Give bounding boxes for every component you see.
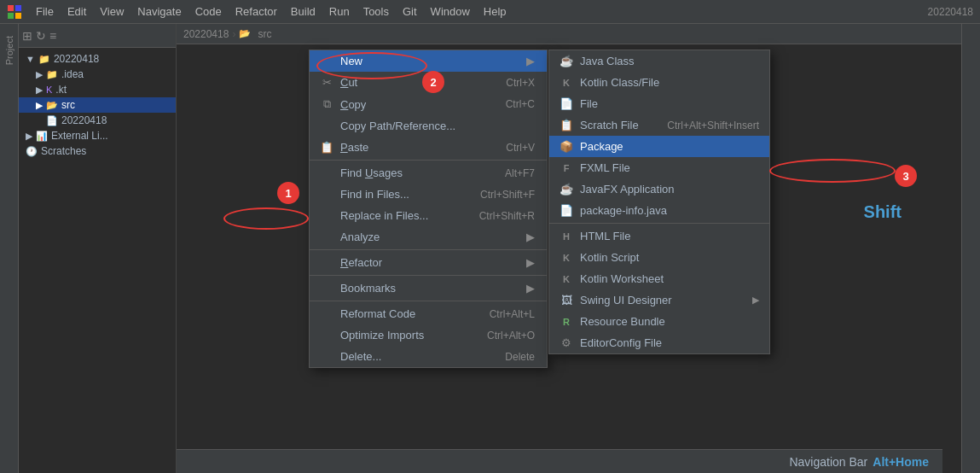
replace-shortcut: Ctrl+Shift+R	[479, 210, 535, 222]
menu-help[interactable]: Help	[477, 3, 513, 20]
breadcrumb-src: src	[258, 28, 271, 40]
submenu-swing[interactable]: 🖼 Swing UI Designer ▶	[549, 289, 769, 311]
submenu-html[interactable]: H HTML File	[549, 225, 769, 247]
folder-icon-idea: 📁	[46, 69, 58, 80]
menu-view[interactable]: View	[93, 3, 130, 20]
menu-git[interactable]: Git	[396, 3, 424, 20]
chevron-right-icon-src: ▶	[36, 100, 43, 111]
ctx-optimize[interactable]: Optimize Imports Ctrl+Alt+O	[310, 324, 547, 346]
cut-icon: ✂	[318, 76, 335, 89]
find-usages-shortcut: Alt+F7	[505, 167, 535, 179]
tree-item-kt[interactable]: ▶ K .kt	[19, 82, 176, 97]
ctx-copy-label: Copy	[340, 98, 366, 111]
submenu-scratch-file[interactable]: 📋 Scratch File Ctrl+Alt+Shift+Insert	[549, 114, 769, 136]
submenu-java-class[interactable]: ☕ Java Class	[549, 50, 769, 72]
java-class-icon: ☕	[558, 55, 575, 67]
find-files-shortcut: Ctrl+Shift+F	[480, 189, 535, 201]
menu-navigate[interactable]: Navigate	[130, 3, 188, 20]
toolbar-icon-2[interactable]: ↻	[36, 29, 46, 43]
scratch-icon: 📋	[558, 119, 575, 131]
submenu-javafx[interactable]: ☕ JavaFX Application	[549, 178, 769, 200]
tree-label-src: src	[61, 99, 75, 111]
ctx-reformat-label: Reformat Code	[340, 307, 415, 320]
ctx-cut-label: Cut	[340, 76, 357, 89]
bookmarks-arrow: ▶	[526, 282, 535, 295]
ctx-copy-path-label: Copy Path/Reference...	[340, 120, 455, 132]
menu-run[interactable]: Run	[322, 3, 357, 20]
resource-icon: R	[558, 317, 575, 327]
submenu-html-label: HTML File	[580, 230, 630, 242]
ctx-delete[interactable]: Delete... Delete	[310, 346, 547, 367]
tree-root[interactable]: ▼ 📁 20220418	[19, 51, 176, 67]
project-toolbar: ⊞ ↻ ≡	[19, 24, 176, 48]
submenu-kotlin-worksheet-label: Kotlin Worksheet	[580, 272, 664, 285]
ctx-analyze[interactable]: Analyze ▶	[310, 226, 547, 248]
project-tab-label[interactable]: Project	[3, 32, 16, 68]
menu-build[interactable]: Build	[284, 3, 322, 20]
submenu-file-label: File	[580, 97, 598, 110]
analyze-arrow: ▶	[526, 231, 535, 243]
menu-code[interactable]: Code	[188, 3, 229, 20]
svg-rect-3	[15, 13, 21, 19]
paste-shortcut: Ctrl+V	[506, 142, 535, 154]
copy-icon: ⧉	[318, 97, 335, 111]
file-icon-main: 📄	[46, 115, 58, 126]
ctx-new-label: New	[340, 55, 362, 67]
package-icon: 📦	[558, 140, 575, 153]
menu-file[interactable]: File	[29, 3, 61, 20]
kotlin-class-icon: K	[558, 78, 575, 88]
annotation-1: 1	[277, 182, 299, 204]
submenu-fxml[interactable]: F FXML File	[549, 157, 769, 178]
scratch-shortcut: Ctrl+Alt+Shift+Insert	[667, 120, 759, 131]
shift-label: Shift	[864, 202, 902, 222]
folder-icon: 📁	[38, 54, 50, 65]
submenu-java-class-label: Java Class	[580, 55, 635, 67]
ctx-replace-files[interactable]: Replace in Files... Ctrl+Shift+R	[310, 205, 547, 226]
tree-item-idea[interactable]: ▶ 📁 .idea	[19, 67, 176, 82]
submenu-editorconfig[interactable]: ⚙ EditorConfig File	[549, 332, 769, 353]
ctx-new[interactable]: New ▶ ☕ Java Class K Kotlin Class/File 📄…	[310, 50, 547, 72]
kotlin-worksheet-icon: K	[558, 274, 575, 284]
ctx-reformat[interactable]: Reformat Code Ctrl+Alt+L	[310, 303, 547, 324]
ctx-refactor-label: Refactor	[340, 256, 382, 269]
submenu-kotlin-script-label: Kotlin Script	[580, 251, 639, 264]
tree-item-ext[interactable]: ▶ 📊 External Li...	[19, 128, 176, 143]
file-icon: 📄	[558, 97, 575, 110]
svg-rect-1	[15, 5, 21, 11]
menu-tools[interactable]: Tools	[357, 3, 396, 20]
submenu-kotlin-script[interactable]: K Kotlin Script	[549, 247, 769, 268]
submenu-swing-label: Swing UI Designer	[580, 294, 672, 307]
breadcrumb-separator: ›	[232, 28, 235, 40]
tree-item-scratches[interactable]: 🕐 Scratches	[19, 143, 176, 159]
ctx-refactor[interactable]: Refactor ▶	[310, 252, 547, 273]
ctx-find-files[interactable]: Find in Files... Ctrl+Shift+F	[310, 184, 547, 205]
submenu-kotlin-worksheet[interactable]: K Kotlin Worksheet	[549, 268, 769, 289]
ctx-paste[interactable]: 📋 Paste Ctrl+V	[310, 137, 547, 158]
submenu-kotlin-class[interactable]: K Kotlin Class/File	[549, 72, 769, 93]
submenu-file[interactable]: 📄 File	[549, 93, 769, 114]
javafx-icon: ☕	[558, 183, 575, 196]
project-panel: ⊞ ↻ ≡ ▼ 📁 20220418 ▶ 📁 .idea ▶	[19, 24, 177, 473]
submenu-package-info[interactable]: 📄 package-info.java	[549, 200, 769, 221]
ctx-find-usages-label: Find Usages	[340, 166, 403, 179]
swing-arrow: ▶	[752, 295, 759, 306]
submenu-resource[interactable]: R Resource Bundle	[549, 311, 769, 332]
ctx-optimize-label: Optimize Imports	[340, 329, 424, 342]
toolbar-icon-3[interactable]: ≡	[49, 29, 56, 43]
menu-refactor[interactable]: Refactor	[229, 3, 284, 20]
submenu-package[interactable]: 📦 Package	[549, 136, 769, 157]
menu-window[interactable]: Window	[424, 3, 477, 20]
toolbar-icon-1[interactable]: ⊞	[22, 29, 32, 43]
svg-rect-0	[8, 5, 14, 11]
ctx-copy-path[interactable]: Copy Path/Reference...	[310, 115, 547, 137]
ctx-copy[interactable]: ⧉ Copy Ctrl+C	[310, 93, 547, 115]
ctx-find-usages[interactable]: Find Usages Alt+F7	[310, 162, 547, 184]
tree-label-idea: .idea	[61, 68, 84, 80]
html-icon: H	[558, 231, 575, 242]
ctx-sep-4	[310, 301, 547, 301]
ctx-bookmarks[interactable]: Bookmarks ▶	[310, 277, 547, 299]
menu-edit[interactable]: Edit	[61, 3, 93, 20]
tree-item-file[interactable]: 📄 20220418	[19, 113, 176, 128]
cut-shortcut: Ctrl+X	[506, 77, 535, 89]
tree-item-src[interactable]: ▶ 📂 src	[19, 97, 176, 113]
